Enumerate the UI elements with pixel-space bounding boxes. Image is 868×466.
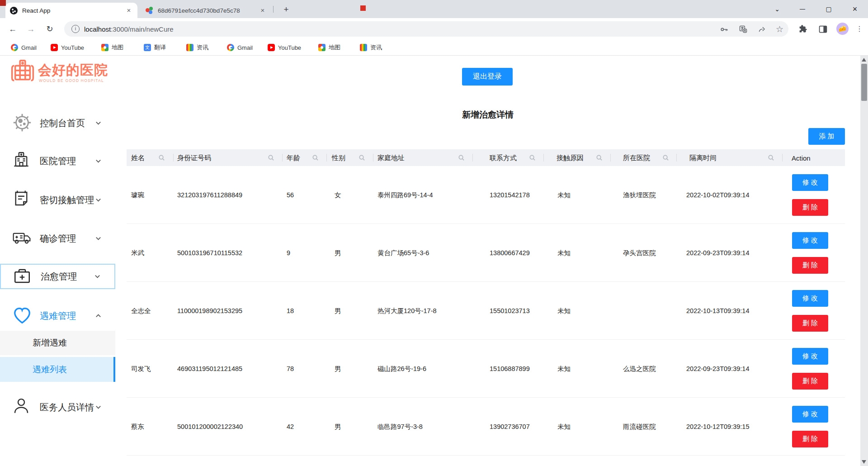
table-row: 司发飞 469031195012121485 78 男 磁山路26号-19-6 … [127,340,845,398]
colored-dots-favicon-icon [146,7,153,14]
edit-button[interactable]: 修 改 [792,290,828,307]
site-info-icon[interactable]: i [71,25,80,33]
chevron-down-icon [95,158,102,165]
profile-avatar[interactable]: 🧀 [836,23,849,35]
new-tab-button[interactable]: + [279,3,293,16]
sidebar-item-dashboard[interactable]: 控制台首页 [0,110,115,136]
sidebar-item-diagnosis[interactable]: 确诊管理 [0,226,115,251]
sidebar-item-cure[interactable]: 治愈管理 [0,264,115,289]
delete-button[interactable]: 删 除 [792,431,828,447]
search-icon[interactable] [662,154,669,161]
search-icon[interactable] [768,154,774,161]
chevron-down-icon [95,404,102,411]
bookmark-star-icon[interactable]: ☆ [776,25,785,34]
hospital-building-logo-icon [10,58,35,84]
address-bar[interactable]: i localhost:3000/main/newCure [64,21,788,37]
table-row: 米武 500103196710115532 9 男 黄台广场65号-3-6 13… [127,224,845,282]
edit-button[interactable]: 修 改 [792,348,828,365]
browser-toolbar: ← → ↻ i localhost:3000/main/newCure ☆ 🧀 … [0,18,868,40]
edit-button[interactable]: 修 改 [792,174,828,191]
bookmark-translate[interactable]: 文翻译 [144,43,166,52]
cell-id: 110000198902153295 [177,307,242,314]
bookmark-youtube[interactable]: YouTube [51,43,84,52]
edit-button[interactable]: 修 改 [792,232,828,249]
scroll-down-arrow-icon[interactable] [862,460,866,464]
table-row: 璩琬 321203197611288849 56 女 泰州四路69号-14-4 … [127,166,845,224]
cell-name: 全志全 [131,306,151,315]
tab-hash[interactable]: 68d6791eefcc4d730bd7e5c78 × [141,3,271,18]
sidebar-item-close-contact[interactable]: 密切接触管理 [0,187,115,213]
cell-age: 9 [287,249,290,257]
google-g-icon [227,44,234,51]
share-icon[interactable] [758,25,767,34]
reload-icon[interactable]: ↻ [43,23,56,35]
cell-reason: 未知 [557,364,571,373]
record-dot-left [0,0,6,6]
sidebar-item-victim[interactable]: 遇难管理 [0,303,115,328]
tab-search-chevron-icon[interactable]: ⌄ [767,0,788,18]
sidebar: 会好的医院 WOULD BE GOOD HOSPITAL 控制台首页 医院管理 … [0,56,115,466]
maps-icon [101,44,108,51]
heart-icon [12,305,33,326]
tab-close-icon[interactable]: × [125,6,133,14]
page-scrollbar[interactable] [860,56,868,466]
edit-button[interactable]: 修 改 [792,406,828,423]
delete-button[interactable]: 删 除 [792,373,828,390]
bookmark-maps[interactable]: 地图 [101,43,123,52]
cell-id: 500103196710115532 [177,249,242,257]
bookmark-gmail[interactable]: Gmail [11,43,37,52]
table-header: 姓名 身份证号码 年龄 性别 家庭地址 联系方式 接触原因 所在医院 隔离时间 [127,149,845,166]
window-maximize-button[interactable]: ▢ [818,0,839,18]
side-panel-icon[interactable] [818,24,828,34]
window-close-button[interactable]: × [844,0,865,18]
submenu-item-victim-list[interactable]: 遇难列表 [0,357,115,382]
scroll-up-arrow-icon[interactable] [862,58,866,62]
search-icon[interactable] [458,154,465,161]
search-icon[interactable] [596,154,603,161]
chevron-down-icon [95,235,102,242]
back-icon[interactable]: ← [6,23,19,35]
search-icon[interactable] [312,154,319,161]
cell-time: 2022-09-23T09:39:14 [686,365,749,372]
tab-close-icon[interactable]: × [259,6,267,14]
chevron-down-icon [95,120,102,127]
virus-icon [12,112,33,133]
cell-age: 78 [287,365,294,372]
bookmark-youtube-2[interactable]: YouTube [268,43,301,52]
password-key-icon[interactable] [720,25,729,34]
extensions-puzzle-icon[interactable] [798,24,808,34]
sidebar-item-medical-staff[interactable]: 医务人员详情 [0,395,115,420]
add-button[interactable]: 添 加 [808,128,845,145]
delete-button[interactable]: 删 除 [792,315,828,332]
logout-button[interactable]: 退出登录 [462,68,513,86]
delete-button[interactable]: 删 除 [792,257,828,274]
tab-react-app[interactable]: React App × [5,3,137,18]
scrollbar-thumb[interactable] [861,64,867,101]
bookmark-news[interactable]: 资讯 [186,43,208,52]
forward-icon[interactable]: → [24,23,37,35]
bookmark-gmail-2[interactable]: Gmail [227,43,253,52]
col-address: 家庭地址 [377,153,405,162]
search-icon[interactable] [359,154,365,161]
cell-name: 司发飞 [131,364,151,373]
delete-button[interactable]: 删 除 [792,199,828,216]
browser-menu-kebab-icon[interactable]: ⋮ [855,23,863,35]
search-icon[interactable] [529,154,536,161]
sidebar-item-hospital[interactable]: 医院管理 [0,148,115,174]
search-icon[interactable] [158,154,165,161]
google-g-icon [11,44,18,51]
bookmark-maps-2[interactable]: 地图 [318,43,340,52]
youtube-icon [268,44,275,51]
bookmark-news-2[interactable]: 资讯 [360,43,382,52]
search-icon[interactable] [268,154,274,161]
translate-icon[interactable] [739,25,748,34]
tab-separator [273,6,274,13]
hospital-icon [12,150,33,171]
col-id: 身份证号码 [177,153,211,162]
cell-phone: 15501023713 [490,307,530,314]
chevron-up-icon [95,313,102,319]
cell-gender: 男 [335,364,341,373]
cell-address: 热河大厦120号-17-8 [377,306,437,315]
window-minimize-button[interactable]: — [792,0,813,18]
submenu-item-new-victim[interactable]: 新增遇难 [0,331,115,355]
